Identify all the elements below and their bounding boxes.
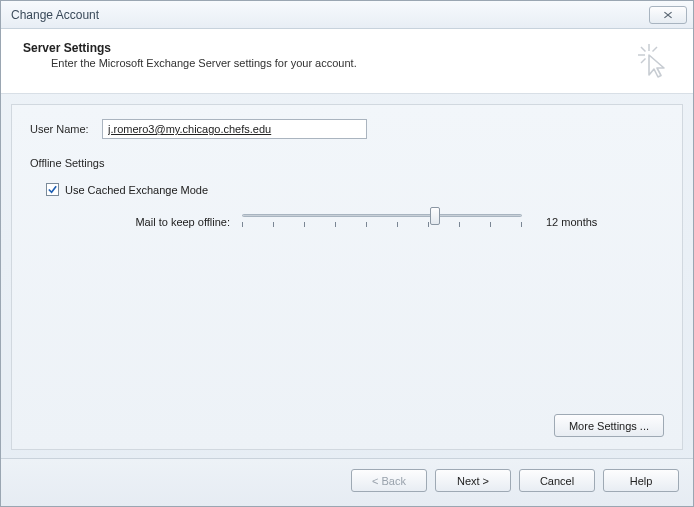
username-row: User Name:	[30, 119, 664, 139]
svg-line-3	[653, 47, 658, 52]
svg-line-4	[641, 59, 646, 64]
cached-mode-row: Use Cached Exchange Mode	[46, 183, 664, 196]
cached-mode-checkbox[interactable]	[46, 183, 59, 196]
content-area: User Name: Offline Settings Use Cached E…	[11, 104, 683, 450]
slider-thumb[interactable]	[430, 207, 440, 225]
back-button: < Back	[351, 469, 427, 492]
svg-line-2	[641, 47, 646, 52]
username-input[interactable]	[102, 119, 367, 139]
offline-section-label: Offline Settings	[30, 157, 664, 169]
titlebar: Change Account	[1, 1, 693, 29]
check-icon	[47, 184, 58, 195]
close-icon	[663, 11, 673, 19]
mail-offline-value: 12 months	[546, 216, 597, 228]
page-subtitle: Enter the Microsoft Exchange Server sett…	[51, 57, 635, 69]
more-settings-row: More Settings ...	[554, 414, 664, 437]
cached-mode-label: Use Cached Exchange Mode	[65, 184, 208, 196]
username-label: User Name:	[30, 123, 102, 135]
header-text: Server Settings Enter the Microsoft Exch…	[23, 41, 635, 69]
slider-ticks	[242, 222, 522, 229]
mail-offline-slider[interactable]	[242, 210, 522, 234]
window-title: Change Account	[11, 8, 649, 22]
footer: < Back Next > Cancel Help	[1, 458, 693, 506]
cancel-button[interactable]: Cancel	[519, 469, 595, 492]
cursor-click-icon	[635, 41, 675, 81]
page-title: Server Settings	[23, 41, 635, 55]
change-account-window: Change Account Server Settings Enter the…	[0, 0, 694, 507]
slider-track	[242, 214, 522, 217]
help-button[interactable]: Help	[603, 469, 679, 492]
more-settings-button[interactable]: More Settings ...	[554, 414, 664, 437]
close-button[interactable]	[649, 6, 687, 24]
header-band: Server Settings Enter the Microsoft Exch…	[1, 29, 693, 94]
mail-offline-row: Mail to keep offline: 12 months	[100, 210, 664, 234]
mail-offline-label: Mail to keep offline:	[100, 216, 230, 228]
next-button[interactable]: Next >	[435, 469, 511, 492]
